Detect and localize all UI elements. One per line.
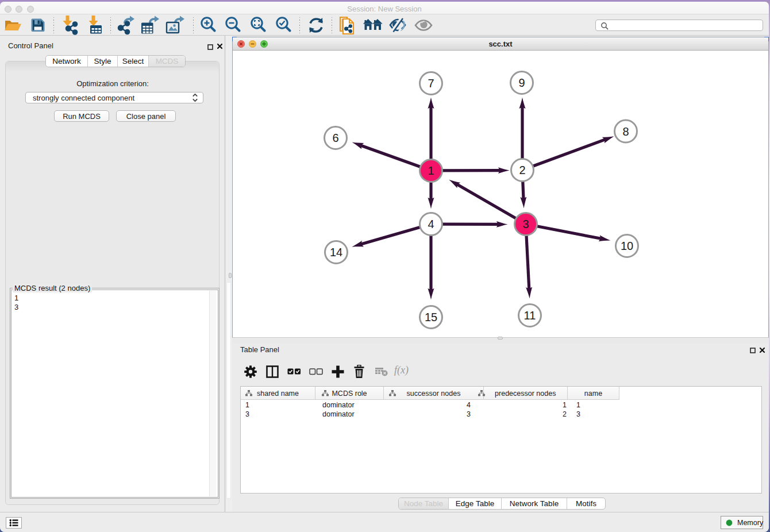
svg-text:14: 14 <box>330 246 342 259</box>
svg-text:9: 9 <box>518 76 525 89</box>
svg-text:8: 8 <box>622 125 629 138</box>
svg-text:10: 10 <box>621 240 633 252</box>
svg-text:4: 4 <box>428 218 434 230</box>
svg-text:2: 2 <box>519 164 525 176</box>
svg-text:6: 6 <box>332 132 338 144</box>
svg-text:3: 3 <box>522 218 529 230</box>
svg-text:7: 7 <box>428 77 434 90</box>
svg-text:11: 11 <box>524 309 536 322</box>
svg-text:15: 15 <box>425 311 437 323</box>
svg-text:1: 1 <box>428 164 434 177</box>
